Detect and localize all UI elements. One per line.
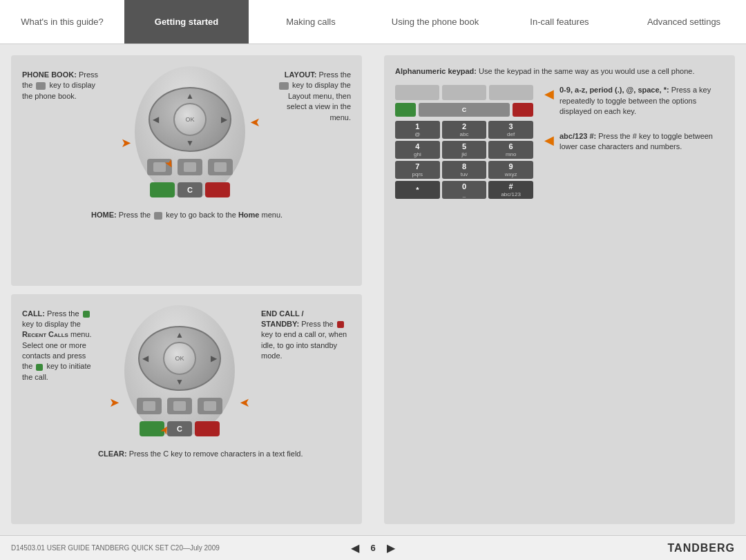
- footer-pagination: ◀ 6 ▶: [351, 541, 394, 554]
- key-3: 3def: [488, 121, 533, 139]
- left-arrow: ◀: [153, 115, 159, 124]
- keypad-number-grid: 1@ 2abc 3def 4ghi 5jkl 6mno 7pqrs 8tuv 9…: [395, 121, 533, 199]
- kp-green: [395, 103, 416, 117]
- phone-book-label: PHONE BOOK:: [22, 70, 77, 79]
- layout-label: LAYOUT:: [285, 70, 317, 79]
- kp-icon-1: [395, 85, 439, 100]
- annotation-1-text: 0-9, a-z, period (.), @, space, *: Press…: [560, 85, 724, 117]
- key-1: 1@: [395, 121, 440, 139]
- call-buttons-row-b: C: [140, 421, 220, 436]
- call-green-button: [150, 182, 175, 197]
- call-desc2: key to display the: [22, 320, 81, 328]
- up-arrow: ▲: [186, 91, 194, 101]
- key-4: 4ghi: [395, 141, 440, 159]
- arrow-call: ➤: [109, 395, 119, 410]
- nav-getting-started[interactable]: Getting started: [124, 0, 249, 44]
- home-icon: [154, 212, 162, 220]
- keypad-icon-row: [395, 85, 533, 100]
- layout-icon: [279, 82, 289, 90]
- key-2: 2abc: [442, 121, 487, 139]
- home-annotation: HOME: Press the key to go back to the Ho…: [22, 210, 351, 220]
- end-call-btn-b: [195, 421, 220, 436]
- nav-ring-bottom: ▲ ▼ ◀ ▶ OK: [138, 326, 221, 391]
- func-icon-2: [184, 162, 196, 172]
- footer: D14503.01 USER GUIDE TANDBERG QUICK SET …: [0, 535, 746, 560]
- right-panel: Alphanumeric keypad: Use the keypad in t…: [373, 44, 746, 535]
- end-call-icon: [337, 321, 344, 328]
- nav-making-calls[interactable]: Making calls: [249, 0, 373, 44]
- call-desc4: key to initiate the call.: [22, 362, 91, 380]
- end-call-label: END CALL /: [261, 309, 304, 318]
- ok-button: OK: [173, 103, 207, 136]
- arrow-phone-book: ➤: [121, 135, 131, 151]
- page-number: 6: [370, 543, 375, 553]
- nav-in-call[interactable]: In-call features: [497, 0, 622, 44]
- phone-book-desc2: key to display the phone book.: [22, 81, 95, 99]
- standby-label: STANDBY:: [261, 320, 299, 328]
- right-content-box: Alphanumeric keypad: Use the keypad in t…: [384, 55, 735, 524]
- call-label: CALL:: [22, 309, 45, 318]
- nav-advanced[interactable]: Advanced settings: [622, 0, 746, 44]
- standby-desc2: key to end a call or, when idle, to go i…: [261, 330, 347, 360]
- layout-annotation: LAYOUT: Press the key to display the Lay…: [275, 66, 351, 204]
- home-label: HOME:: [91, 211, 117, 219]
- keypad-section: C 1@ 2abc 3def 4ghi 5jkl 6mno 7pqrs 8tuv…: [395, 85, 724, 199]
- main-content: PHONE BOOK: Press the key to display the…: [0, 44, 746, 535]
- clear-button: C: [178, 182, 202, 197]
- keypad-action-row: C: [395, 103, 533, 117]
- kp-icon-3: [489, 85, 533, 100]
- down-arrow-b: ▼: [175, 377, 184, 387]
- nav-whats-in-guide[interactable]: What's in this guide?: [0, 0, 124, 44]
- annotation-2: ◀ abc/123 #: Press the # key to toggle b…: [544, 131, 724, 153]
- func-btn-b3: [198, 398, 222, 414]
- device-bottom-illustration: ▲ ▼ ◀ ▶ OK: [105, 305, 254, 443]
- remote-device-bottom: ▲ ▼ ◀ ▶ OK: [117, 305, 242, 443]
- right-arrow: ▶: [221, 115, 227, 124]
- device-body: ▲ ▼ ◀ ▶ OK: [135, 66, 245, 197]
- func-icon-b3: [204, 401, 216, 411]
- kp-icon-2: [442, 85, 486, 100]
- kp-c-btn: C: [419, 103, 510, 117]
- remote-device-top: ▲ ▼ ◀ ▶ OK: [128, 66, 252, 204]
- phone-book-icon: [36, 82, 46, 90]
- func-icon-b1: [143, 401, 155, 411]
- func-btn-b1: [137, 398, 162, 414]
- layout-desc: Press the: [319, 70, 351, 79]
- brand-logo: TANDBERG: [668, 542, 735, 554]
- func-btn-2: [178, 159, 202, 175]
- nav-phone-book[interactable]: Using the phone book: [373, 0, 497, 44]
- function-buttons-row: [147, 159, 233, 175]
- annotation-1-arrow: ◀: [544, 86, 554, 102]
- func-icon-b2: [173, 401, 186, 411]
- keypad-annotations: ◀ 0-9, a-z, period (.), @, space, *: Pre…: [544, 85, 724, 152]
- call-desc: Press the: [47, 309, 79, 318]
- func-icon-3: [214, 162, 227, 172]
- up-arrow-b: ▲: [175, 330, 184, 340]
- left-arrow-b: ◀: [142, 354, 149, 363]
- home-desc: Press the: [119, 211, 151, 219]
- next-page-button[interactable]: ▶: [387, 541, 395, 554]
- home-desc2: key to go back to the: [166, 211, 236, 219]
- standby-desc: Press the: [301, 320, 333, 328]
- call-annotation: CALL: Press the key to display the Recen…: [22, 305, 98, 443]
- annotation-1: ◀ 0-9, a-z, period (.), @, space, *: Pre…: [544, 85, 724, 117]
- top-section-box: PHONE BOOK: Press the key to display the…: [11, 55, 362, 286]
- clear-label: CLEAR:: [98, 450, 127, 458]
- func-btn-b2: [167, 398, 192, 414]
- layout-desc2: key to display the Layout menu, then sel…: [287, 81, 351, 121]
- kp-red: [513, 103, 533, 117]
- key-0: 0_: [442, 181, 487, 199]
- call-green-icon: [83, 311, 90, 318]
- key-5: 5jkl: [442, 141, 487, 159]
- device-body-bottom: ▲ ▼ ◀ ▶ OK: [124, 305, 235, 436]
- call-smallcaps: Recent Calls: [22, 330, 68, 338]
- arrow-end-call: ➤: [240, 395, 250, 410]
- ok-button-b: OK: [163, 342, 196, 375]
- keypad-label: Alphanumeric keypad:: [395, 67, 477, 75]
- keypad-desc: Use the keypad in the same way as you wo…: [479, 67, 694, 75]
- clear-desc: Press the C key to remove characters in …: [129, 450, 303, 458]
- home-bold: Home: [238, 211, 260, 219]
- key-6: 6mno: [488, 141, 533, 159]
- phone-book-annotation: PHONE BOOK: Press the key to display the…: [22, 66, 105, 204]
- prev-page-button[interactable]: ◀: [351, 541, 359, 554]
